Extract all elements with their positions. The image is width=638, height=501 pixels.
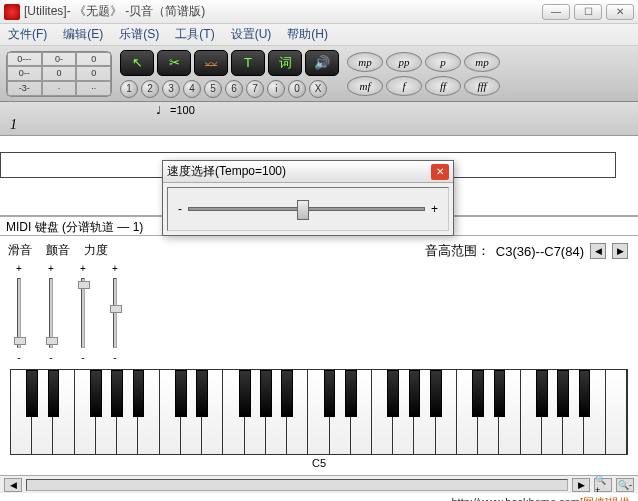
duration-cell[interactable]: 0- <box>42 52 77 67</box>
num-button[interactable]: 6 <box>225 80 243 98</box>
duration-cell[interactable]: 0-- <box>7 66 42 81</box>
num-button[interactable]: 5 <box>204 80 222 98</box>
black-key[interactable] <box>387 370 399 417</box>
menu-bar: 文件(F) 编辑(E) 乐谱(S) 工具(T) 设置(U) 帮助(H) <box>0 24 638 46</box>
pitch-right-button[interactable]: ▶ <box>612 243 628 259</box>
hscrollbar[interactable] <box>26 479 568 491</box>
num-button[interactable]: X <box>309 80 327 98</box>
glide-slider[interactable] <box>17 278 21 348</box>
black-key[interactable] <box>90 370 102 417</box>
black-key[interactable] <box>324 370 336 417</box>
velocity-thumb[interactable] <box>78 281 90 289</box>
duration-cell[interactable]: 0--- <box>7 52 42 67</box>
plus-icon: + <box>112 263 118 274</box>
cut-tool[interactable]: ✂ <box>157 50 191 76</box>
footer-url: http://www.hackhome.com <box>451 496 579 501</box>
num-button[interactable]: 0 <box>288 80 306 98</box>
vibrato-thumb[interactable] <box>46 337 58 345</box>
black-key[interactable] <box>281 370 293 417</box>
sound-tool[interactable]: 🔊 <box>305 50 339 76</box>
dynamic-button[interactable]: mp <box>347 52 383 72</box>
duration-cell[interactable]: 0 <box>76 52 111 67</box>
scroll-left-button[interactable]: ◀ <box>4 478 22 492</box>
white-key[interactable] <box>606 370 627 454</box>
num-button[interactable]: 1 <box>120 80 138 98</box>
duration-cell[interactable]: · <box>42 81 77 96</box>
dynamic-button[interactable]: mp <box>464 52 500 72</box>
pitch-left-button[interactable]: ◀ <box>590 243 606 259</box>
duration-cell[interactable]: -3- <box>7 81 42 96</box>
num-button[interactable]: ⅰ <box>267 80 285 98</box>
zoom-out-button[interactable]: 🔍- <box>616 478 634 492</box>
black-key[interactable] <box>133 370 145 417</box>
black-key[interactable] <box>175 370 187 417</box>
tempo-close-button[interactable]: ✕ <box>431 164 449 180</box>
dynamic-button[interactable]: pp <box>386 52 422 72</box>
number-row: 1 2 3 4 5 6 7 ⅰ 0 X <box>120 80 339 98</box>
minus-icon: - <box>113 352 116 363</box>
num-button[interactable]: 2 <box>141 80 159 98</box>
tempo-dialog-titlebar[interactable]: 速度选择(Tempo=100) ✕ <box>163 161 453 183</box>
dynamic-button[interactable]: mf <box>347 76 383 96</box>
metronome-tool[interactable]: ⏕ <box>194 50 228 76</box>
plus-icon: + <box>80 263 86 274</box>
velocity-slider[interactable] <box>81 278 85 348</box>
menu-score[interactable]: 乐谱(S) <box>115 24 163 45</box>
tempo-plus-label: + <box>431 202 438 216</box>
black-key[interactable] <box>239 370 251 417</box>
pitch-range-value: C3(36)--C7(84) <box>496 244 584 259</box>
close-button[interactable]: ✕ <box>606 4 634 20</box>
maximize-button[interactable]: ☐ <box>574 4 602 20</box>
black-key[interactable] <box>196 370 208 417</box>
black-key[interactable] <box>472 370 484 417</box>
pitch-range-label: 音高范围： <box>425 242 490 260</box>
menu-help[interactable]: 帮助(H) <box>283 24 332 45</box>
dynamic-button[interactable]: fff <box>464 76 500 96</box>
dynamic-button[interactable]: ff <box>425 76 461 96</box>
pointer-tool[interactable]: ↖ <box>120 50 154 76</box>
tempo-slider[interactable] <box>188 207 425 211</box>
black-key[interactable] <box>494 370 506 417</box>
num-button[interactable]: 3 <box>162 80 180 98</box>
black-key[interactable] <box>48 370 60 417</box>
duration-cell[interactable]: ·· <box>76 81 111 96</box>
zoom-in-button[interactable]: 🔍+ <box>594 478 612 492</box>
black-key[interactable] <box>260 370 272 417</box>
black-key[interactable] <box>557 370 569 417</box>
note-icon: ♩ <box>156 104 161 117</box>
duration-cell[interactable]: 0 <box>76 66 111 81</box>
dynamic-button[interactable]: f <box>386 76 422 96</box>
black-key[interactable] <box>345 370 357 417</box>
window-titlebar: [Utilites]- 《无题》 -贝音（简谱版) — ☐ ✕ <box>0 0 638 24</box>
piano-keyboard[interactable] <box>10 369 628 455</box>
black-key[interactable] <box>26 370 38 417</box>
menu-file[interactable]: 文件(F) <box>4 24 51 45</box>
ruler: ♩ =100 1 <box>0 102 638 136</box>
lyric-tool[interactable]: 词 <box>268 50 302 76</box>
num-button[interactable]: 7 <box>246 80 264 98</box>
status-bar: ◀ ▶ 🔍+ 🔍- <box>0 475 638 493</box>
black-key[interactable] <box>111 370 123 417</box>
black-key[interactable] <box>579 370 591 417</box>
scroll-right-button[interactable]: ▶ <box>572 478 590 492</box>
footer: http://www.hackhome.com[网侠]提供 <box>0 493 638 501</box>
minimize-button[interactable]: — <box>542 4 570 20</box>
menu-setup[interactable]: 设置(U) <box>227 24 276 45</box>
vibrato-slider[interactable] <box>49 278 53 348</box>
text-tool[interactable]: T <box>231 50 265 76</box>
menu-edit[interactable]: 编辑(E) <box>59 24 107 45</box>
minus-icon: - <box>49 352 52 363</box>
dynamic-button[interactable]: p <box>425 52 461 72</box>
num-button[interactable]: 4 <box>183 80 201 98</box>
duration-cell[interactable]: 0 <box>42 66 77 81</box>
menu-tool[interactable]: 工具(T) <box>171 24 218 45</box>
tempo-slider-thumb[interactable] <box>297 200 309 220</box>
black-key[interactable] <box>430 370 442 417</box>
velocity-slider-2[interactable] <box>113 278 117 348</box>
velocity-thumb-2[interactable] <box>110 305 122 313</box>
measure-number: 1 <box>10 117 17 133</box>
black-key[interactable] <box>536 370 548 417</box>
footer-tag: [网侠]提供 <box>580 496 630 501</box>
glide-thumb[interactable] <box>14 337 26 345</box>
black-key[interactable] <box>409 370 421 417</box>
